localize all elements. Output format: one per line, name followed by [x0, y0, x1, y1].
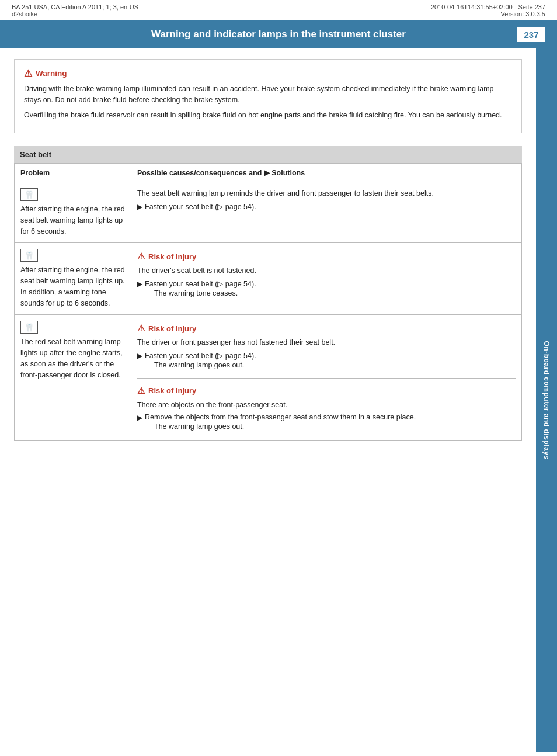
content-body: ⚠ Warning Driving with the brake warning… — [0, 48, 536, 752]
page-title: Warning and indicator lamps in the instr… — [40, 29, 517, 40]
bullet-text-2: Fasten your seat belt (▷ page 54). — [145, 280, 256, 288]
bullet-text-3a: Fasten your seat belt (▷ page 54). — [145, 352, 256, 360]
page-header: Warning and indicator lamps in the instr… — [0, 20, 557, 48]
meta-right-line2: Version: 3.0.3.5 — [431, 11, 545, 18]
seat-belt-section-header: Seat belt — [14, 146, 522, 163]
col-solutions-arrow: ▶ — [264, 169, 271, 177]
problem-cell-2: 🦷 After starting the engine, the red sea… — [15, 243, 131, 315]
risk-title-2: ⚠ Risk of injury — [137, 251, 516, 262]
bullet-text-1: Fasten your seat belt (▷ page 54). — [145, 202, 256, 211]
bullet-content-3b: Remove the objects from the front-passen… — [145, 413, 416, 432]
arrow-icon-1: ▶ — [137, 203, 142, 211]
warning-text-2: Overfilling the brake fluid reservoir ca… — [24, 110, 512, 121]
main-content: ⚠ Warning Driving with the brake warning… — [0, 48, 557, 752]
problem-cell-3: 🦷 The red seat belt warning lamp lights … — [15, 315, 131, 440]
solution-cell-3: ⚠ Risk of injury The driver or front pas… — [131, 315, 522, 440]
risk-triangle-icon-2: ⚠ — [137, 251, 145, 262]
problem-desc-1: After starting the engine, the red seat … — [20, 204, 125, 237]
col-header-solutions: Possible causes/consequences and ▶ Solut… — [131, 164, 522, 182]
bullet-content-2: Fasten your seat belt (▷ page 54). The w… — [145, 279, 256, 299]
risk-title-3b: ⚠ Risk of injury — [137, 386, 516, 396]
solution-cell-2: ⚠ Risk of injury The driver's seat belt … — [131, 243, 522, 315]
solution-bullet-3a: ▶ Fasten your seat belt (▷ page 54). The… — [137, 351, 516, 371]
seatbelt-icon-3: 🦷 — [20, 321, 38, 334]
risk-label-3b: Risk of injury — [148, 386, 196, 395]
bullet-sub-3b: The warning lamp goes out. — [154, 421, 416, 432]
meta-bar: BA 251 USA, CA Edition A 2011; 1; 3, en-… — [0, 0, 557, 20]
solution-bullet-2: ▶ Fasten your seat belt (▷ page 54). The… — [137, 279, 516, 299]
solution-bullet-3b: ▶ Remove the objects from the front-pass… — [137, 413, 516, 432]
problem-desc-3: The red seat belt warning lamp lights up… — [20, 337, 125, 380]
solution-cell-1: The seat belt warning lamp reminds the d… — [131, 182, 522, 243]
table-row: 🦷 The red seat belt warning lamp lights … — [15, 315, 522, 440]
bullet-content-3a: Fasten your seat belt (▷ page 54). The w… — [145, 351, 256, 371]
meta-left-line1: BA 251 USA, CA Edition A 2011; 1; 3, en-… — [12, 4, 138, 11]
seat-belt-table: Problem Possible causes/consequences and… — [14, 163, 522, 441]
risk-triangle-icon-3a: ⚠ — [137, 323, 145, 334]
risk-text-2: The driver's seat belt is not fastened. — [137, 265, 516, 276]
bullet-text-3b: Remove the objects from the front-passen… — [145, 413, 416, 421]
risk-label-3a: Risk of injury — [148, 324, 196, 333]
col-solutions-word: Solutions — [271, 169, 305, 177]
warning-triangle-icon: ⚠ — [24, 68, 32, 79]
risk-title-3a: ⚠ Risk of injury — [137, 323, 516, 334]
warning-text-1: Driving with the brake warning lamp illu… — [24, 84, 512, 106]
solution-text-1: The seat belt warning lamp reminds the d… — [137, 188, 516, 199]
meta-left: BA 251 USA, CA Edition A 2011; 1; 3, en-… — [12, 4, 138, 18]
solution-bullet-1: ▶ Fasten your seat belt (▷ page 54). — [137, 202, 516, 211]
problem-cell-1: 🦷 After starting the engine, the red sea… — [15, 182, 131, 243]
page-number: 237 — [517, 27, 545, 42]
cell-divider — [137, 378, 516, 379]
risk-text-3b: There are objects on the front-passenger… — [137, 400, 516, 411]
bullet-sub-2: The warning tone ceases. — [154, 288, 256, 299]
arrow-icon-3b: ▶ — [137, 414, 142, 422]
arrow-icon-3a: ▶ — [137, 352, 142, 360]
right-sidebar: On-board computer and displays — [536, 48, 557, 752]
col-header-problem: Problem — [15, 164, 131, 182]
arrow-icon-2: ▶ — [137, 280, 142, 288]
seatbelt-icon-2: 🦷 — [20, 249, 38, 262]
problem-desc-2: After starting the engine, the red seat … — [20, 265, 125, 308]
meta-right: 2010-04-16T14:31:55+02:00 - Seite 237 Ve… — [431, 4, 545, 18]
table-row: 🦷 After starting the engine, the red sea… — [15, 243, 522, 315]
seatbelt-icon-1: 🦷 — [20, 188, 38, 201]
col-solutions-text: Possible causes/consequences and — [137, 169, 262, 177]
table-row: 🦷 After starting the engine, the red sea… — [15, 182, 522, 243]
risk-triangle-icon-3b: ⚠ — [137, 386, 145, 396]
meta-right-line1: 2010-04-16T14:31:55+02:00 - Seite 237 — [431, 4, 545, 11]
risk-text-3a: The driver or front passenger has not fa… — [137, 337, 516, 348]
meta-left-line2: d2sboike — [12, 11, 138, 18]
warning-box: ⚠ Warning Driving with the brake warning… — [14, 59, 522, 133]
sidebar-label: On-board computer and displays — [542, 341, 551, 459]
warning-label: Warning — [36, 69, 67, 78]
bullet-sub-3a: The warning lamp goes out. — [154, 360, 256, 371]
warning-title: ⚠ Warning — [24, 68, 512, 79]
risk-label-2: Risk of injury — [148, 252, 196, 261]
